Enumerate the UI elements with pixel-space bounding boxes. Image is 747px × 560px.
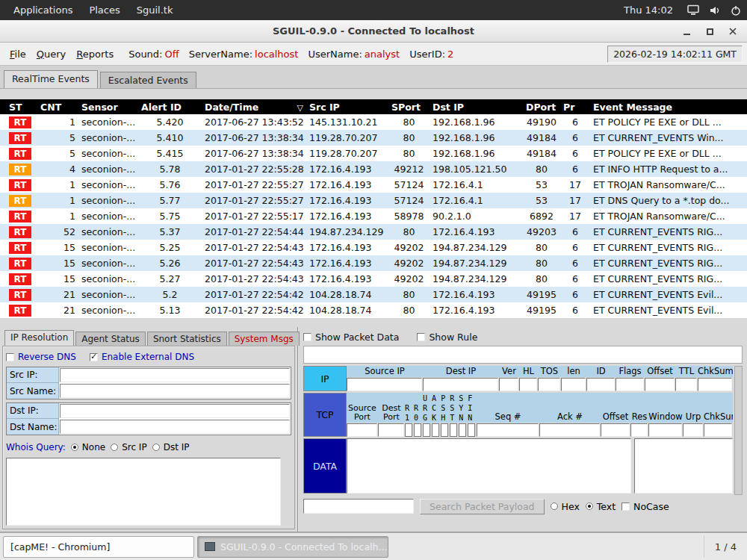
close-button[interactable]: [728, 26, 738, 37]
cell-sensor: seconion-...: [78, 208, 138, 224]
src-name-field[interactable]: [60, 384, 290, 398]
text-radio[interactable]: Text: [586, 501, 616, 512]
src-name-label: Src Name:: [7, 383, 59, 399]
cell-dport: 53: [523, 177, 560, 193]
col-cnt[interactable]: CNT: [37, 99, 78, 114]
status-badge: RT: [9, 211, 31, 223]
tcp-flag-box: [432, 423, 439, 437]
col-src-ip[interactable]: Src IP: [306, 99, 388, 114]
event-row[interactable]: RT1seconion-...5.762017-01-27 22:55:2717…: [0, 177, 747, 193]
tab-ip-resolution[interactable]: IP Resolution: [4, 330, 74, 346]
minimize-icon: [684, 34, 690, 35]
cell-sensor: seconion-...: [78, 130, 138, 146]
event-row[interactable]: RT1seconion-...5.772017-01-27 22:55:2717…: [0, 193, 747, 208]
menu-file[interactable]: File: [4, 46, 31, 62]
col-dport[interactable]: DPort: [523, 99, 560, 114]
col-alert-id[interactable]: Alert ID: [138, 99, 202, 114]
cell-alert-id: 5.37: [138, 224, 202, 240]
nocase-checkbox[interactable]: NoCase: [622, 501, 669, 512]
tab-system-msgs[interactable]: System Msgs: [229, 332, 300, 346]
event-row[interactable]: RT15seconion-...5.272017-01-27 22:54:431…: [0, 271, 747, 287]
sort-indicator-icon[interactable]: ▽: [297, 103, 303, 113]
packet-display: IP Source IP Dest IP Ver HL TOS len ID F…: [303, 366, 743, 495]
col-datetime[interactable]: Date/Time▽: [202, 99, 306, 114]
cell-src-ip: 194.87.234.129: [306, 224, 388, 240]
task-sguil-window[interactable]: SGUIL-0.9.0 - Connected To localh...: [197, 536, 388, 558]
workspace-pager[interactable]: 1 / 4: [704, 535, 747, 558]
event-row[interactable]: RT15seconion-...5.252017-01-27 22:54:431…: [0, 240, 747, 255]
dst-name-field[interactable]: [60, 420, 290, 434]
userid-value: 2: [447, 49, 453, 60]
cell-dst-ip: 172.16.4.193: [430, 224, 523, 240]
ip-header-hl: HL: [519, 366, 538, 377]
cell-src-ip: 172.16.4.193: [306, 177, 388, 193]
event-row[interactable]: RT21seconion-...5.22017-01-27 22:54:4210…: [0, 287, 747, 302]
reverse-dns-checkbox[interactable]: Reverse DNS: [6, 352, 76, 362]
search-payload-button[interactable]: Search Packet Payload: [420, 499, 545, 514]
col-event-message[interactable]: Event Message: [590, 99, 747, 114]
col-dst-ip[interactable]: Dst IP: [430, 99, 523, 114]
payload-search-row: Search Packet Payload Hex Text NoCase: [303, 498, 743, 514]
task-capme-chromium[interactable]: [capME! - Chromium]: [3, 536, 194, 558]
col-sport[interactable]: SPort: [388, 99, 430, 114]
show-rule-checkbox[interactable]: Show Rule: [417, 332, 477, 343]
cell-pr: 17: [560, 193, 590, 208]
dst-ip-field[interactable]: [60, 404, 290, 418]
maximize-button[interactable]: [704, 26, 715, 37]
cell-datetime: 2017-01-27 22:55:17: [202, 208, 306, 224]
cell-sensor: seconion-...: [78, 302, 138, 318]
cell-dst-ip: 194.87.234.129: [430, 271, 523, 287]
ip-header-id: ID: [586, 366, 616, 377]
enable-external-dns-checkbox[interactable]: Enable External DNS: [90, 352, 194, 362]
whois-dst-ip-radio[interactable]: Dst IP: [152, 442, 190, 452]
desktop-tray: Thu 14:02: [624, 4, 741, 16]
tcp-header-res: Res: [630, 411, 648, 423]
power-icon[interactable]: [731, 5, 741, 16]
event-row[interactable]: RT5seconion-...5.4102017-06-27 13:38:341…: [0, 130, 747, 146]
menu-sguil-tk[interactable]: Sguil.tk: [129, 2, 181, 18]
search-payload-input[interactable]: [303, 499, 414, 514]
volume-icon[interactable]: [709, 5, 721, 16]
tab-escalated-events[interactable]: Escalated Events: [100, 72, 196, 88]
cell-sensor: seconion-...: [78, 146, 138, 161]
tab-snort-statistics[interactable]: Snort Statistics: [147, 332, 227, 346]
menu-query[interactable]: Query: [31, 46, 72, 62]
menu-reports[interactable]: Reports: [71, 46, 119, 62]
ip-field-tos: [538, 378, 560, 391]
ip-section: IP Source IP Dest IP Ver HL TOS len ID F…: [303, 366, 733, 391]
checkbox-icon: [303, 333, 311, 341]
cell-sport: 80: [388, 130, 430, 146]
tcp-field-urp: [683, 423, 703, 437]
menu-applications[interactable]: Applications: [6, 2, 80, 18]
whois-src-ip-radio[interactable]: Src IP: [111, 442, 146, 452]
cell-src-ip: 172.16.4.193: [306, 193, 388, 208]
username-status: UserName:analyst: [308, 49, 400, 60]
hex-radio[interactable]: Hex: [551, 501, 580, 512]
col-pr[interactable]: Pr: [560, 99, 590, 114]
packet-scrollbar[interactable]: [734, 366, 743, 495]
cell-sensor: seconion-...: [78, 224, 138, 240]
ip-field-hl: [519, 378, 537, 391]
cell-dst-ip: 172.16.4.193: [430, 287, 523, 302]
show-packet-data-checkbox[interactable]: Show Packet Data: [303, 332, 399, 343]
menu-places[interactable]: Places: [81, 2, 127, 18]
src-ip-field[interactable]: [60, 368, 290, 382]
whois-none-radio[interactable]: None: [71, 442, 105, 452]
minimize-button[interactable]: [681, 26, 692, 37]
tab-agent-status[interactable]: Agent Status: [75, 332, 146, 346]
display-icon[interactable]: [687, 4, 699, 16]
window-title: SGUIL-0.9.0 - Connected To localhost: [0, 25, 747, 37]
event-row[interactable]: RT21seconion-...5.132017-01-27 22:54:421…: [0, 302, 747, 318]
radio-icon: [551, 503, 558, 510]
sound-label: Sound:: [128, 49, 162, 60]
event-row[interactable]: RT5seconion-...5.4152017-06-27 13:38:341…: [0, 146, 747, 161]
event-row[interactable]: RT52seconion-...5.372017-01-27 22:54:441…: [0, 224, 747, 240]
tab-realtime-events[interactable]: RealTime Events: [4, 70, 98, 88]
col-sensor[interactable]: Sensor: [78, 99, 138, 114]
event-row[interactable]: RT1seconion-...5.752017-01-27 22:55:1717…: [0, 208, 747, 224]
event-row[interactable]: RT15seconion-...5.262017-01-27 22:54:431…: [0, 255, 747, 271]
event-row[interactable]: RT4seconion-...5.782017-01-27 22:55:2817…: [0, 161, 747, 177]
event-row[interactable]: RT1seconion-...5.4202017-06-27 13:43:521…: [0, 114, 747, 130]
taskbar: [capME! - Chromium] SGUIL-0.9.0 - Connec…: [0, 532, 747, 560]
col-st[interactable]: ST: [0, 99, 37, 114]
